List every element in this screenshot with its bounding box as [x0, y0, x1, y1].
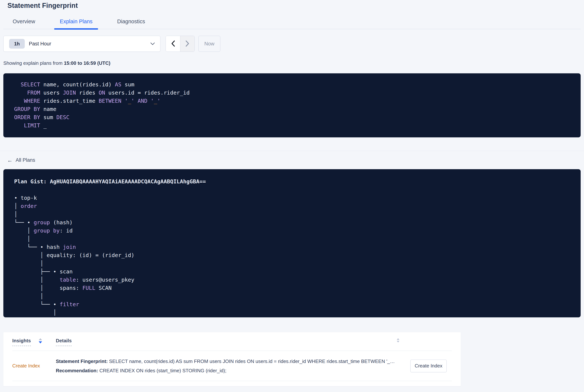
insights-column-header: Insights — [12, 338, 56, 346]
statement-fingerprint-line: Statement Fingerprint: SELECT name, coun… — [56, 357, 402, 366]
statement-fingerprint-text: SELECT name, count(rides.id) AS sum FROM… — [108, 358, 395, 364]
showing-range-text: Showing explain plans from 15:00 to 16:5… — [3, 60, 581, 66]
time-nav-group — [166, 36, 195, 52]
showing-prefix: Showing explain plans from — [3, 60, 64, 66]
plan-gist-box: Plan Gist: AgHUAQIABQAAAAHYAQIAiAEAAAADC… — [3, 169, 581, 317]
chevron-left-icon — [171, 40, 175, 48]
section-divider — [0, 151, 584, 151]
recommendation-line: Recommendation: CREATE INDEX ON rides (s… — [56, 366, 402, 375]
sql-statement-box: SELECT name, count(rides.id) AS sum FROM… — [3, 73, 581, 137]
insight-action-cell: Create Index — [402, 360, 452, 372]
recommendation-label: Recommendation: — [56, 368, 98, 374]
chevron-right-icon — [185, 40, 190, 48]
insight-type-link[interactable]: Create Index — [12, 363, 56, 369]
now-button[interactable]: Now — [198, 36, 220, 52]
table-row: Create Index Statement Fingerprint: SELE… — [12, 351, 452, 381]
next-interval-button[interactable] — [180, 36, 194, 52]
sort-icon-insights[interactable] — [39, 338, 42, 344]
time-range-badge: 1h — [9, 39, 25, 48]
chevron-down-icon — [150, 42, 155, 45]
page-title: Statement Fingerprint — [7, 2, 581, 10]
details-column-header: Details — [56, 338, 402, 346]
time-range-label: Past Hour — [29, 41, 51, 47]
time-controls: 1h Past Hour Now — [3, 36, 581, 52]
insights-table-header: Insights Details — [12, 332, 452, 351]
tab-explain-plans[interactable]: Explain Plans — [54, 18, 98, 29]
all-plans-back-link[interactable]: ← All Plans — [7, 157, 35, 163]
statement-fingerprint-page: Statement Fingerprint Overview Explain P… — [0, 2, 584, 386]
tab-overview[interactable]: Overview — [7, 18, 41, 29]
tab-bar: Overview Explain Plans Diagnostics — [3, 18, 581, 29]
create-index-button[interactable]: Create Index — [410, 360, 447, 372]
details-header-label[interactable]: Details — [56, 338, 72, 346]
sort-icon-details[interactable] — [397, 338, 399, 342]
statement-fingerprint-label: Statement Fingerprint: — [56, 358, 108, 364]
insight-details-cell: Statement Fingerprint: SELECT name, coun… — [56, 357, 402, 375]
insights-header-label[interactable]: Insights — [12, 338, 31, 346]
prev-interval-button[interactable] — [166, 36, 180, 52]
insights-table: Insights Details Create Index Statement … — [3, 332, 461, 386]
arrow-left-icon: ← — [7, 158, 13, 163]
all-plans-label: All Plans — [16, 157, 35, 163]
tab-diagnostics[interactable]: Diagnostics — [111, 18, 150, 29]
time-range-select[interactable]: 1h Past Hour — [3, 36, 160, 52]
recommendation-text: CREATE INDEX ON rides (start_time) STORI… — [98, 368, 226, 374]
showing-range: 15:00 to 16:59 (UTC) — [64, 60, 110, 66]
